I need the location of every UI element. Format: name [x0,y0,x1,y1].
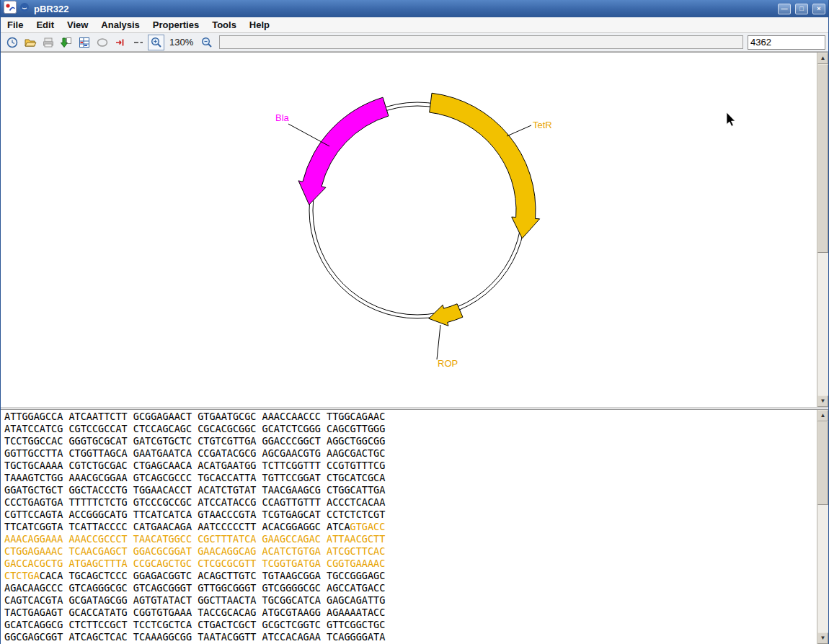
sequence-segment: GGTTGCCTTA CTGGTTAGCA GAATGAATCA CCGATAC… [4,447,385,459]
open-file-button[interactable] [22,35,38,50]
app-window: pBR322 — □ × File Edit View Analysis Pro… [0,0,829,644]
menu-edit[interactable]: Edit [30,18,61,32]
map-scrollbar[interactable]: ▲ ▼ [817,53,828,407]
sequence-panel: ATTGGAGCCA ATCAATTCTT GCGGAGAACT GTGAATG… [1,409,828,644]
linear-view-icon [132,36,145,49]
print-button[interactable] [40,35,56,50]
sequence-segment: ATTGGAGCCA ATCAATTCTT GCGGAGAACT GTGAATG… [4,411,385,422]
sequence-line[interactable]: TTCATCGGTA TCATTACCCC CATGAACAGA AATCCCC… [4,521,817,533]
sequence-segment: TACTGAGAGT GCACCATATG CGGTGTGAAA TACCGCA… [4,607,385,618]
zoom-out-icon [200,36,213,49]
goto-position-button[interactable] [112,35,128,50]
sequence-line[interactable]: TACTGAGAGT GCACCATATG CGGTGTGAAA TACCGCA… [4,607,817,619]
print-icon [42,36,55,49]
menubar: File Edit View Analysis Properties Tools… [1,17,828,33]
circular-view-button[interactable] [94,35,110,50]
plasmid-map-panel: BlaTetRROP ▲ ▼ [1,52,828,407]
feature-label-rop[interactable]: ROP [438,358,458,369]
zoom-in-icon [150,36,163,49]
sequence-scrollbar-thumb[interactable] [817,421,828,505]
sequence-segment: GGCGAGCGGT ATCAGCTCAC TCAAAGGCGG TAATACG… [4,631,385,643]
close-button[interactable]: × [812,4,825,14]
java-icon [19,2,30,15]
orf-table-icon [78,36,91,49]
sequence-line[interactable]: ATATCCATCG CGTCCGCCAT CTCCAGCAGC CGCACGC… [4,423,817,435]
export-icon [60,36,73,49]
sequence-line[interactable]: GGCGAGCGGT ATCAGCTCAC TCAAAGGCGG TAATACG… [4,631,817,643]
sequence-line[interactable]: TCCTGGCCAC GGGTGCGCAT GATCGTGCTC CTGTCGT… [4,435,817,447]
menu-file[interactable]: File [1,18,30,32]
map-scroll-up-button[interactable]: ▲ [817,53,828,64]
titlebar[interactable]: pBR322 — □ × [1,0,828,17]
sequence-segment-highlighted: GTGACC [350,521,386,532]
sequence-segment: TTCATCGGTA TCATTACCCC CATGAACAGA AATCCCC… [4,521,350,532]
sequence-line[interactable]: GCATCAGGCG CTCTTCCGCT TCCTCGCTCA CTGACTC… [4,619,817,631]
sequence-segment: TGCTGCAAAA CGTCTGCGAC CTGAGCAACA ACATGAA… [4,460,385,471]
sequence-line[interactable]: GGTTGCCTTA CTGGTTAGCA GAATGAATCA CCGATAC… [4,447,817,460]
sequence-line[interactable]: TGCTGCAAAA CGTCTGCGAC CTGAGCAACA ACATGAA… [4,460,817,472]
zoom-in-button[interactable] [148,35,164,50]
toolbar: 130% [1,33,828,52]
menu-properties[interactable]: Properties [146,18,205,32]
sequence-segment: GCATCAGGCG CTCTTCCGCT TCCTCGCTCA CTGACTC… [4,619,385,630]
sequence-scroll-down-button[interactable]: ▼ [817,632,828,644]
sequence-segment: CCCTGAGTGA TTTTTCTCTG GTCCCGCCGC ATCCATA… [4,496,385,508]
app-icon [4,1,17,17]
menu-view[interactable]: View [61,18,94,32]
zoom-out-button[interactable] [198,35,215,50]
sequence-segment: AGACAAGCCC GTCAGGGCGC GTCAGCGGGT GTTGGCG… [4,582,385,594]
sequence-segment-highlighted: CTCTGA [4,570,40,581]
open-folder-icon [24,36,37,49]
sequence-scrollbar[interactable]: ▲ ▼ [817,410,828,644]
map-scroll-down-button[interactable]: ▼ [817,395,828,407]
sequence-line[interactable]: CGTTCCAGTA ACCGGGCATG TTCATCATCA GTAACCC… [4,509,817,521]
menu-help[interactable]: Help [243,18,276,32]
zoom-level-label: 130% [166,37,197,48]
sequence-segment: GGATGCTGCT GGCTACCCTG TGGAACACCT ACATCTG… [4,484,385,496]
sequence-segment: CAGTCACGTA GCGATAGCGG AGTGTATACT GGCTTAA… [4,594,385,606]
sequence-scroll-up-button[interactable]: ▲ [817,410,828,421]
feature-pointer-line-bla [288,124,329,146]
menu-analysis[interactable]: Analysis [94,18,146,32]
orf-table-button[interactable] [76,35,92,50]
goto-arrow-icon [114,36,127,49]
sequence-line[interactable]: CTGGAGAAAC TCAACGAGCT GGACGCGGAT GAACAGG… [4,545,817,558]
sequence-line[interactable]: GACCACGCTG ATGAGCTTTA CCGCAGCTGC CTCGCGC… [4,558,817,570]
mouse-cursor [727,112,735,126]
sequence-line[interactable]: CCCTGAGTGA TTTTTCTCTG GTCCCGCCGC ATCCATA… [4,496,817,509]
sequence-segment-highlighted: AAACAGGAAA AAACCGCCCT TAACATGGCC CGCTTTA… [4,533,385,545]
clock-icon-button[interactable] [4,35,20,50]
sequence-segment: CGTTCCAGTA ACCGGGCATG TTCATCATCA GTAACCC… [4,509,385,520]
clock-icon [6,36,19,49]
minimize-button[interactable]: — [778,4,791,14]
sequence-segment: TAAAGTCTGG AAACGCGGAA GTCAGCGCCC TGCACCA… [4,472,385,483]
sequence-line[interactable]: AAACAGGAAA AAACCGCCCT TAACATGGCC CGCTTTA… [4,533,817,545]
menu-tools[interactable]: Tools [205,18,243,32]
circular-view-icon [96,36,109,49]
toolbar-text-field[interactable] [219,35,743,49]
sequence-segment: CACA TGCAGCTCCC GGAGACGGTC ACAGCTTGTC TG… [40,570,386,581]
sequence-line[interactable]: ATTGGAGCCA ATCAATTCTT GCGGAGAACT GTGAATG… [4,411,817,423]
sequence-segment-highlighted: CTGGAGAAAC TCAACGAGCT GGACGCGGAT GAACAGG… [4,545,385,557]
feature-arrow-tetr[interactable] [430,93,540,238]
map-scrollbar-thumb[interactable] [817,64,828,253]
feature-pointer-line-rop [437,325,440,359]
feature-arrow-rop[interactable] [429,304,463,326]
feature-label-bla[interactable]: Bla [275,112,290,123]
sequence-segment: ATATCCATCG CGTCCGCCAT CTCCAGCAGC CGCACGC… [4,423,385,434]
sequence-line[interactable]: GGATGCTGCT GGCTACCCTG TGGAACACCT ACATCTG… [4,484,817,496]
sequence-line[interactable]: CTCTGACACA TGCAGCTCCC GGAGACGGTC ACAGCTT… [4,570,817,582]
window-title: pBR322 [34,4,773,14]
export-button[interactable] [58,35,74,50]
feature-pointer-line-tetr [507,125,531,136]
maximize-button[interactable]: □ [795,4,808,14]
linear-view-button[interactable] [130,35,146,50]
sequence-line[interactable]: TAAAGTCTGG AAACGCGGAA GTCAGCGCCC TGCACCA… [4,472,817,484]
sequence-line[interactable]: CAGTCACGTA GCGATAGCGG AGTGTATACT GGCTTAA… [4,594,817,607]
sequence-line[interactable]: AGACAAGCCC GTCAGGGCGC GTCAGCGGGT GTTGGCG… [4,582,817,594]
sequence-length-field[interactable] [748,35,825,50]
plasmid-map[interactable]: BlaTetRROP [1,53,818,407]
feature-label-tetr[interactable]: TetR [533,120,552,130]
feature-arrow-bla[interactable] [298,97,389,205]
sequence-text: ATTGGAGCCA ATCAATTCTT GCGGAGAACT GTGAATG… [1,410,817,644]
